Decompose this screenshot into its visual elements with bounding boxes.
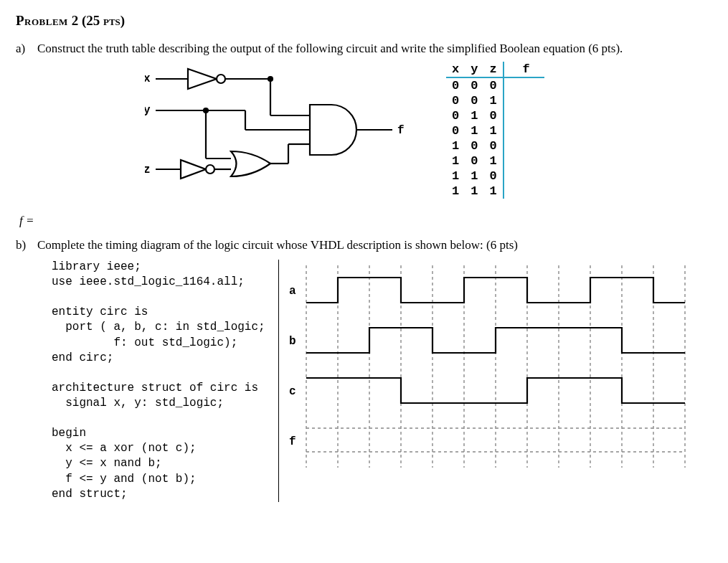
svg-point-18 — [206, 165, 214, 174]
svg-text:a: a — [289, 285, 296, 298]
th-z: z — [483, 62, 503, 77]
problem-title: Problem 2 (25 pts) — [16, 13, 712, 29]
svg-text:f: f — [289, 435, 296, 448]
svg-text:b: b — [289, 335, 296, 348]
truth-table-body: 000 001 010 011 100 101 110 111 — [446, 77, 544, 199]
svg-marker-2 — [188, 69, 217, 89]
th-y: y — [465, 62, 483, 77]
svg-marker-17 — [181, 160, 206, 179]
vhdl-code: library ieee; use ieee.std_logic_1164.al… — [52, 260, 279, 502]
svg-text:y: y — [145, 104, 151, 117]
title-word: Problem — [16, 13, 68, 28]
part-a-text: Construct the truth table describing the… — [37, 42, 623, 56]
part-b-text: Complete the timing diagram of the logic… — [37, 238, 518, 252]
svg-text:c: c — [289, 385, 296, 398]
svg-point-3 — [217, 75, 225, 83]
f-equals: f = — [19, 214, 712, 228]
th-f: f — [504, 62, 544, 77]
svg-text:f: f — [397, 124, 405, 137]
svg-text:z: z — [145, 164, 151, 176]
circuit-diagram: x y z — [145, 62, 410, 205]
part-a-label: a) — [16, 42, 30, 56]
timing-diagram: a b c f — [279, 260, 686, 478]
part-b-label: b) — [16, 238, 30, 252]
th-x: x — [446, 62, 465, 77]
title-number: 2 — [72, 13, 79, 28]
svg-text:x: x — [145, 72, 151, 85]
title-pts-inner: 25 pts — [86, 13, 120, 28]
truth-table: x y z f 000 001 010 011 100 101 110 111 — [446, 62, 544, 199]
